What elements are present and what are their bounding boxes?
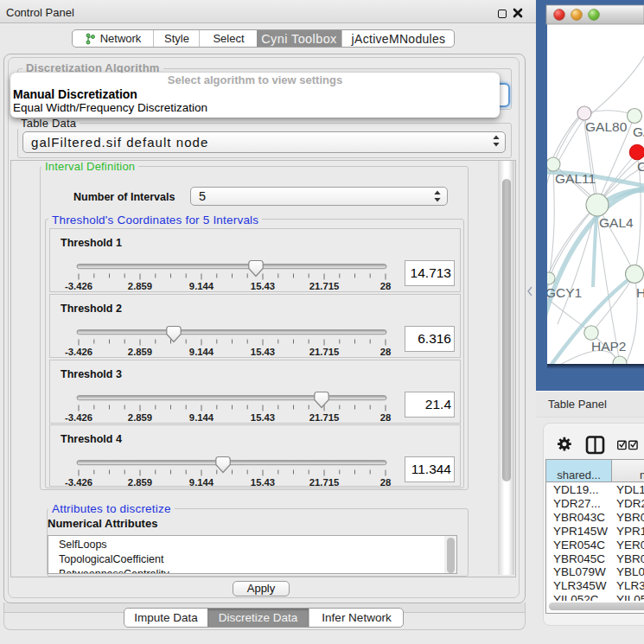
svg-text:CY: CY [637,159,644,174]
svg-text:HA: HA [636,285,644,300]
svg-text:9.144: 9.144 [189,477,214,488]
svg-text:9.144: 9.144 [189,281,214,291]
svg-text:2.859: 2.859 [128,412,152,423]
svg-text:28: 28 [380,347,392,357]
svg-text:21.715: 21.715 [309,281,340,291]
svg-text:15.43: 15.43 [251,412,275,423]
svg-text:-3.426: -3.426 [65,347,92,357]
svg-text:2.859: 2.859 [128,347,152,357]
svg-text:GAL80: GAL80 [585,119,628,134]
svg-text:2.859: 2.859 [128,477,152,488]
svg-text:HAP2: HAP2 [591,339,627,354]
svg-text:15.43: 15.43 [251,477,275,488]
svg-text:-3.426: -3.426 [65,281,92,291]
svg-text:28: 28 [380,412,392,423]
svg-text:28: 28 [380,281,392,291]
svg-text:21.715: 21.715 [309,412,340,423]
svg-text:9.144: 9.144 [189,347,214,357]
svg-text:2.859: 2.859 [128,281,152,291]
svg-text:-3.426: -3.426 [65,412,92,423]
svg-text:21.715: 21.715 [309,347,340,357]
svg-text:GCY1: GCY1 [545,285,582,300]
svg-text:GA: GA [633,124,644,139]
svg-text:15.43: 15.43 [251,281,275,291]
svg-text:21.715: 21.715 [309,477,340,488]
svg-text:-3.426: -3.426 [65,477,92,488]
svg-text:28: 28 [380,477,392,488]
svg-text:GAL4: GAL4 [599,215,634,230]
svg-text:GAL11: GAL11 [555,171,596,186]
svg-text:9.144: 9.144 [189,412,214,423]
svg-text:15.43: 15.43 [251,347,275,357]
